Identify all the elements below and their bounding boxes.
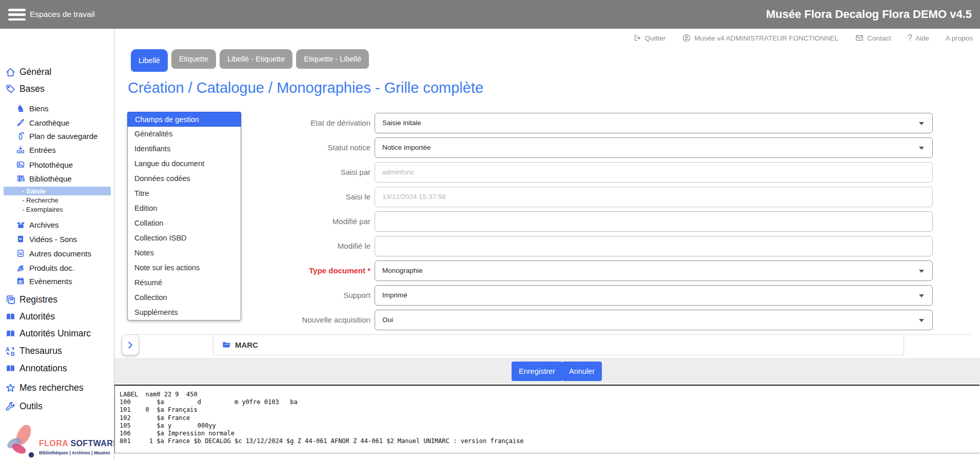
marc-line: 101 0 $a Français [120,406,979,414]
field-value: Notice importée [382,144,431,151]
marc-line: 106 $a Impression normale [120,430,979,437]
flora-software-logo: FLORA SOFTWARE Bibliothèques | Archives … [0,414,114,460]
sidebar-item-registres[interactable]: Registres [0,292,114,307]
field-label: Statut notice [221,137,370,158]
sidebar-item-plan-de-sauvegarde[interactable]: Plan de sauvegarde [0,129,114,143]
open-book-icon [4,311,16,322]
menu-icon[interactable] [8,9,26,21]
field-label: Modifié le [221,236,370,256]
marc-section-header[interactable]: MARC [213,334,904,355]
sidebar-item-label: Photothèque [29,161,73,169]
action-bar: Enregistrer Annuler [114,358,980,384]
sidebar-item-label: Registres [19,294,57,305]
sidebar-item-label: Bases [19,84,45,94]
nouvelle-acquisition-select[interactable]: Oui [375,310,933,330]
registers-icon [4,294,16,305]
sidebar-item-autorites[interactable]: Autorités [0,309,114,324]
brand-tagline: Bibliothèques | Archives | Musées [39,450,110,455]
workspace-label[interactable]: Espaces de travail [30,0,95,29]
chevron-down-icon [919,294,924,297]
sidebar-item-biens[interactable]: ♞ Biens [0,102,114,115]
etat-de-derivation-select[interactable]: Saisie initale [375,113,933,133]
tag-icon [4,84,16,94]
user-menu[interactable]: Musée v4 ADMINISTRATEUR FONCTIONNEL [682,33,838,43]
statut-notice-select[interactable]: Notice importée [375,137,933,158]
sidebar-item-label: Entrées [29,146,56,154]
sidebar-item-thesaurus[interactable]: AB Thesaurus [0,343,114,358]
sidebar-item-bibliotheque[interactable]: Bibliothèque [0,172,114,185]
sidebar-item-annotations[interactable]: Annotations [0,361,114,376]
brand-name: FLORA SOFTWARE [39,439,119,448]
contact-label: Contact [867,34,891,42]
sidebar-item-general[interactable]: Général [0,64,114,79]
sidebar-item-autorites-unimarc[interactable]: Autorités Unimarc [0,326,114,341]
sidebar-item-autres-documents[interactable]: Autres documents [0,247,114,260]
video-file-icon [15,234,26,244]
sidebar-item-saisie[interactable]: - Saisie [4,187,111,195]
field-value: adminfonc [382,168,414,176]
field-label: Support [221,285,370,306]
modifie-par-field[interactable] [375,211,933,232]
calendar-icon [15,276,26,286]
marc-line: LABEL nam0 22 9 450 [120,391,979,398]
document-icon [15,249,26,258]
books-icon [15,174,26,183]
sidebar-item-label: Vidéos - Sons [29,235,77,244]
help-label: Aide [915,34,929,42]
sidebar-item-exemplaires[interactable]: - Exemplaires [0,205,114,214]
svg-text:B: B [11,350,15,356]
marc-preview-panel[interactable]: LABEL nam0 22 9 450 100 $a d m y0fre 010… [114,385,979,453]
quit-button[interactable]: Quitter [633,33,666,43]
field-label: Saisi par [221,162,370,183]
tab-etiquette-libelle[interactable]: Etiquette - Libellé [296,49,369,69]
sidebar-item-label: - Exemplaires [22,206,63,213]
sidebar-item-phototheque[interactable]: Photothèque [0,158,114,171]
chevron-down-icon [919,270,924,273]
about-label: A propos [946,34,973,42]
sidebar-item-archives[interactable]: Archives [0,218,114,231]
sidebar-item-label: Archives [29,221,59,229]
wrench-icon [4,401,16,412]
field-label: Saisi le [221,187,370,207]
sidebar-item-label: Annotations [19,363,67,374]
sidebar-item-carotheque[interactable]: Carothèque [0,116,114,129]
field-label: Etat de dérivation [221,113,370,133]
about-button[interactable]: A propos [946,34,973,42]
svg-text:A: A [6,346,10,352]
saisi-le-field: 13/12/2024 15:37:58 [375,187,933,207]
modifie-le-field[interactable] [375,236,933,256]
image-icon [15,160,26,169]
app-title: Musée Flora Decalog Flora DEMO v4.5 [766,0,972,29]
sidebar-item-mes-recherches[interactable]: Mes recherches [0,380,114,395]
help-button[interactable]: ? Aide [908,33,929,43]
marc-line: 102 $a France [120,414,979,422]
sidebar-item-entrees[interactable]: Entrées [0,143,114,156]
carrot-icon [15,118,26,127]
archive-box-icon [15,220,26,230]
type-document-select[interactable]: Monographie [375,261,933,281]
support-select[interactable]: Imprimé [375,285,933,306]
tab-libelle-etiquette[interactable]: Libellé - Etiquette [220,49,292,69]
sidebar-item-evenements[interactable]: Evènements [0,274,114,288]
flora-flower-logo [4,422,37,460]
user-label: Musée v4 ADMINISTRATEUR FONCTIONNEL [694,34,838,42]
sidebar: Général Bases ♞ Biens Carothèque Plan de… [0,29,114,460]
marc-line: 801 1 $a France $b DECALOG $c 13/12/2024… [120,437,979,445]
contact-button[interactable]: Contact [855,33,891,43]
tab-etiquette[interactable]: Etiquette [171,49,216,69]
sidebar-item-label: - Saisie [22,187,46,195]
fire-extinguisher-icon [15,131,26,141]
expand-section-button[interactable] [122,334,139,355]
sidebar-item-outils[interactable]: Outils [0,398,114,414]
sidebar-item-recherche[interactable]: - Recherche [0,196,114,205]
chevron-down-icon [919,319,924,322]
sidebar-item-produits-doc[interactable]: Produits doc. [0,261,114,274]
page-title: Création / Catalogue / Monographies - Gr… [128,79,483,96]
sidebar-item-label: Thesaurus [19,346,62,356]
sidebar-item-videos-sons[interactable]: Vidéos - Sons [0,232,114,246]
sidebar-item-label: Evènements [29,277,72,286]
tab-libelle[interactable]: Libellé [131,49,168,72]
cancel-button[interactable]: Annuler [562,362,602,381]
save-button[interactable]: Enregistrer [512,362,562,381]
sidebar-item-bases[interactable]: Bases [0,81,114,96]
